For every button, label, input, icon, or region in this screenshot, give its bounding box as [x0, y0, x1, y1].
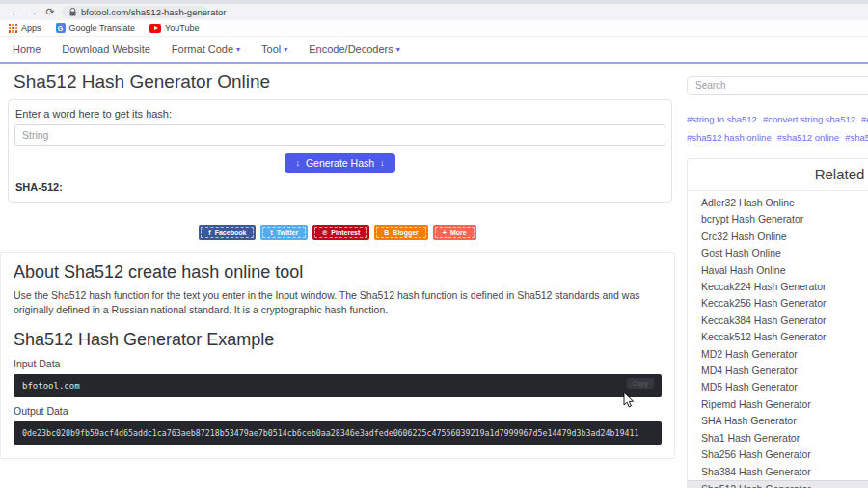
related-tool-item[interactable]: Haval Hash Online: [688, 262, 868, 279]
hashtag-cloud: #string to sha512#convert string sha512#…: [687, 109, 868, 146]
related-tools-card: Related Tools Adler32 Hash Onlinebcrypt …: [687, 158, 868, 488]
chevron-down-icon: ▾: [396, 45, 400, 54]
sidebar: #string to sha512#convert string sha512#…: [687, 64, 868, 488]
related-tool-item[interactable]: Keccak224 Hash Generator: [688, 279, 868, 295]
about-text: Use the Sha512 hash function for the tex…: [14, 288, 662, 317]
search-input[interactable]: [687, 76, 868, 95]
about-heading: About Sha512 create hash online tool: [14, 262, 662, 283]
bookmark-apps[interactable]: Apps: [9, 23, 41, 33]
back-icon[interactable]: ←: [7, 7, 24, 17]
hashtag-row: #string to sha512#convert string sha512#…: [687, 109, 868, 127]
about-section: About Sha512 create hash online tool Use…: [0, 252, 675, 459]
plus-icon: +: [443, 230, 447, 236]
bookmark-youtube[interactable]: YouTube: [149, 23, 199, 33]
related-tool-item[interactable]: MD4 Hash Generator: [688, 363, 868, 379]
nav-format-code[interactable]: Format Code▾: [172, 43, 240, 55]
reload-icon[interactable]: ⟳: [41, 7, 59, 17]
pinterest-icon: ℗: [322, 230, 327, 236]
example-heading: Sha512 Hash Generator Example: [14, 330, 662, 350]
address-bar[interactable]: bfotool.com/sha512-hash-generator: [62, 6, 208, 18]
browser-toolbar: ← → ⟳ bfotool.com/sha512-hash-generator: [0, 4, 868, 20]
related-tool-item[interactable]: Keccak256 Hash Generator: [688, 295, 868, 312]
down-arrow-icon: ↓: [295, 158, 300, 168]
chevron-down-icon: ▾: [284, 45, 287, 54]
page-content: Sha512 Hash Generator Online Enter a wor…: [0, 64, 868, 488]
blogger-icon: B: [384, 230, 389, 236]
related-tool-item[interactable]: Keccak512 Hash Generator: [688, 329, 868, 345]
related-tool-item[interactable]: MD5 Hash Generator: [688, 379, 868, 395]
chevron-down-icon: ▾: [236, 45, 240, 54]
output-data-label: Output Data: [14, 405, 662, 417]
youtube-icon: [149, 24, 161, 33]
hashtag-link[interactable]: #sha512 online: [777, 132, 839, 143]
down-arrow-icon: ↓: [380, 158, 385, 168]
hashtag-link[interactable]: #sha512 hash online: [687, 132, 772, 143]
related-tool-item[interactable]: Ripemd Hash Generator: [688, 396, 868, 413]
bookmark-label: YouTube: [165, 23, 199, 33]
apps-grid-icon: [9, 24, 17, 33]
main-column: Sha512 Hash Generator Online Enter a wor…: [0, 64, 675, 459]
google-translate-icon: G: [56, 23, 66, 33]
hash-form-card: Enter a word here to get its hash: ↓ Gen…: [8, 99, 672, 203]
url-text: bfotool.com/sha512-hash-generator: [81, 7, 227, 17]
bookmarks-bar: Apps G Google Translate YouTube: [0, 20, 868, 37]
related-tool-item[interactable]: Sha384 Hash Generator: [688, 464, 868, 480]
related-tool-item[interactable]: Keccak384 Hash Generator: [688, 312, 868, 329]
hash-input[interactable]: [14, 124, 665, 146]
share-buttons-row: fFacebook tTwitter ℗Pinterest BBlogger +…: [0, 225, 675, 240]
related-tool-item[interactable]: MD2 Hash Generator: [688, 346, 868, 363]
generate-hash-button[interactable]: ↓ Generate Hash ↓: [285, 153, 394, 173]
related-tool-item[interactable]: Sha512 Hash Generator: [688, 480, 868, 488]
input-label: Enter a word here to get its hash:: [15, 108, 665, 120]
forward-icon[interactable]: →: [24, 7, 41, 17]
related-tools-heading: Related Tools: [688, 159, 868, 191]
bookmark-label: Apps: [21, 23, 41, 33]
input-data-label: Input Data: [14, 358, 662, 369]
more-share-button[interactable]: +More: [433, 225, 476, 240]
nav-home[interactable]: Home: [13, 43, 41, 55]
blogger-share-button[interactable]: BBlogger: [374, 225, 428, 240]
pinterest-share-button[interactable]: ℗Pinterest: [312, 225, 369, 240]
lock-icon: [69, 8, 76, 16]
facebook-icon: f: [208, 230, 210, 236]
nav-encode-decoders[interactable]: Encode/Decoders▾: [309, 43, 399, 55]
related-tool-item[interactable]: Sha256 Hash Generator: [688, 447, 868, 463]
sha512-result-label: SHA-512:: [15, 181, 665, 193]
related-tool-item[interactable]: Adler32 Hash Online: [688, 195, 868, 211]
related-tool-item[interactable]: Crc32 Hash Online: [688, 229, 868, 245]
hashtag-link[interactable]: #sha512 checksum: [845, 132, 868, 143]
related-tools-list: Adler32 Hash Onlinebcrypt Hash Generator…: [688, 191, 868, 488]
bookmark-google-translate[interactable]: G Google Translate: [56, 23, 136, 33]
site-navbar: Home Download Website Format Code▾ Tool▾…: [0, 37, 868, 64]
hashtag-link[interactable]: #encode sha512: [861, 114, 868, 124]
hashtag-row: #sha512 hash online#sha512 online#sha512…: [687, 127, 868, 146]
hashtag-link[interactable]: #string to sha512: [687, 114, 757, 124]
twitter-share-button[interactable]: tTwitter: [260, 225, 308, 240]
nav-tool[interactable]: Tool▾: [261, 43, 287, 55]
related-tool-item[interactable]: bcrypt Hash Generator: [688, 211, 868, 228]
facebook-share-button[interactable]: fFacebook: [199, 225, 256, 240]
nav-download-website[interactable]: Download Website: [62, 43, 150, 55]
mouse-cursor: [623, 392, 635, 409]
copy-button[interactable]: Copy: [627, 378, 654, 389]
related-tool-item[interactable]: SHA Hash Generator: [688, 413, 868, 429]
example-output-block: 0de23bc020b9fb59acf4d65addc1ca763aeb8721…: [14, 421, 662, 445]
page-title: Sha512 Hash Generator Online: [14, 71, 675, 93]
hashtag-link[interactable]: #convert string sha512: [763, 114, 855, 124]
related-tool-item[interactable]: Sha1 Hash Generator: [688, 430, 868, 447]
twitter-icon: t: [270, 230, 272, 236]
example-input-block: bfotool.com Copy: [14, 374, 662, 397]
bookmark-label: Google Translate: [69, 23, 136, 33]
related-tool-item[interactable]: Gost Hash Online: [688, 245, 868, 261]
